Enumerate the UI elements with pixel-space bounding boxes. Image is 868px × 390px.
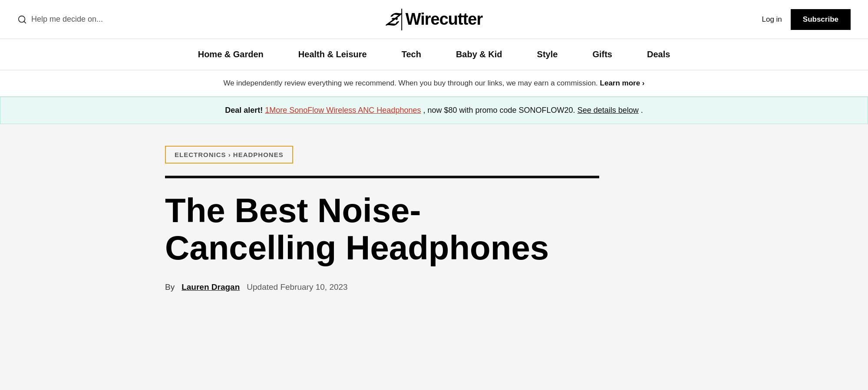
- nav-item-health-leisure[interactable]: Health & Leisure: [281, 39, 384, 70]
- nav-item-baby-kid[interactable]: Baby & Kid: [439, 39, 520, 70]
- disclaimer-text: We independently review everything we re…: [223, 79, 644, 87]
- search-trigger[interactable]: Help me decide on...: [17, 15, 103, 24]
- nav-item-gifts[interactable]: Gifts: [575, 39, 630, 70]
- site-logo[interactable]: 𝓩 Wirecutter: [386, 9, 483, 30]
- deal-alert-middle: , now $80 with promo code SONOFLOW20.: [423, 106, 575, 115]
- learn-more-link[interactable]: Learn more ›: [600, 79, 645, 87]
- deal-details-link[interactable]: See details below: [578, 106, 639, 115]
- deal-alert-text: Deal alert! 1More SonoFlow Wireless ANC …: [225, 106, 643, 115]
- byline-date: Updated February 10, 2023: [247, 282, 347, 292]
- nyt-logo: 𝓩: [386, 9, 398, 30]
- main-nav: Home & Garden Health & Leisure Tech Baby…: [0, 39, 868, 70]
- title-divider: [165, 176, 599, 178]
- search-icon: [17, 15, 27, 24]
- header-left: Help me decide on...: [17, 15, 434, 24]
- main-content: ELECTRONICS › HEADPHONES The Best Noise-…: [0, 124, 868, 314]
- byline-author[interactable]: Lauren Dragan: [182, 282, 240, 292]
- breadcrumb[interactable]: ELECTRONICS › HEADPHONES: [165, 146, 293, 164]
- svg-line-1: [24, 21, 26, 23]
- byline-prefix: By: [165, 282, 175, 292]
- deal-alert-label: Deal alert!: [225, 106, 263, 115]
- article-title: The Best Noise-Cancelling Headphones: [165, 192, 556, 267]
- nav-item-home-garden[interactable]: Home & Garden: [181, 39, 281, 70]
- disclaimer-body: We independently review everything we re…: [223, 79, 597, 87]
- wirecutter-wordmark: Wirecutter: [406, 10, 483, 29]
- header-right: Log in Subscribe: [434, 9, 851, 30]
- nav-item-tech[interactable]: Tech: [384, 39, 439, 70]
- login-button[interactable]: Log in: [762, 15, 782, 24]
- deal-product-link[interactable]: 1More SonoFlow Wireless ANC Headphones: [265, 106, 421, 115]
- search-placeholder: Help me decide on...: [31, 15, 103, 24]
- subscribe-button[interactable]: Subscribe: [791, 9, 851, 30]
- breadcrumb-text: ELECTRONICS › HEADPHONES: [175, 151, 284, 158]
- deal-alert-end: .: [641, 106, 643, 115]
- breadcrumb-wrapper: ELECTRONICS › HEADPHONES: [165, 146, 293, 164]
- nav-item-style[interactable]: Style: [520, 39, 575, 70]
- deal-alert-bar: Deal alert! 1More SonoFlow Wireless ANC …: [0, 97, 868, 124]
- nav-item-deals[interactable]: Deals: [630, 39, 687, 70]
- byline: By Lauren Dragan Updated February 10, 20…: [165, 282, 703, 292]
- site-header: Help me decide on... 𝓩 Wirecutter Log in…: [0, 0, 868, 39]
- disclaimer-bar: We independently review everything we re…: [0, 70, 868, 97]
- logo-divider: [401, 9, 402, 30]
